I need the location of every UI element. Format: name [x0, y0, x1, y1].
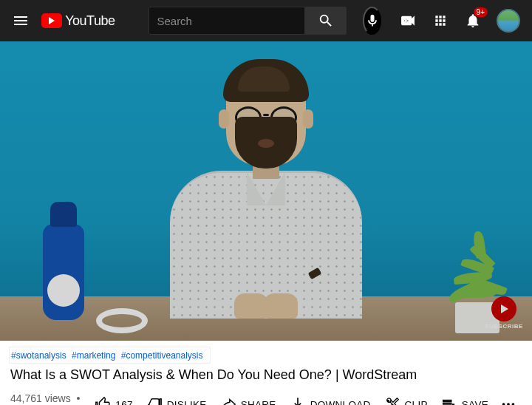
create-icon: [400, 13, 416, 29]
youtube-logo-text: YouTube: [65, 13, 115, 29]
hashtag-link[interactable]: #swotanalysis: [11, 350, 66, 361]
more-horizontal-icon: [500, 396, 516, 405]
download-label: DOWNLOAD: [310, 399, 371, 405]
apps-grid-icon: [433, 13, 448, 28]
search-input[interactable]: [149, 7, 305, 35]
video-stats: 44,761 views • Feb 17, 2020: [10, 392, 88, 405]
clip-label: CLIP: [405, 399, 428, 405]
thumbs-up-icon: [95, 396, 111, 405]
view-count: 44,761 views: [10, 392, 71, 404]
like-button[interactable]: 167: [88, 391, 139, 405]
save-label: SAVE: [462, 399, 488, 405]
header-right-icons: 9+: [393, 6, 520, 35]
like-count: 167: [115, 399, 132, 405]
subscribe-watermark-label: SUBSCRIBE: [482, 323, 526, 330]
share-label: SHARE: [241, 399, 276, 405]
play-icon: [491, 296, 516, 321]
more-actions-button[interactable]: [495, 391, 522, 405]
microphone-icon: [365, 13, 380, 28]
separator-dot: •: [77, 392, 81, 404]
video-hashtags: #swotanalysis #marketing #competitiveana…: [11, 350, 205, 361]
youtube-play-icon: [41, 13, 62, 28]
video-presenter: [170, 171, 362, 319]
notification-badge: 9+: [474, 7, 488, 17]
create-button[interactable]: [393, 6, 423, 35]
hashtag-link[interactable]: #marketing: [72, 350, 115, 361]
thumbs-down-icon: [146, 396, 163, 405]
dislike-label: DISLIKE: [167, 399, 207, 405]
save-button[interactable]: SAVE: [434, 391, 495, 405]
share-icon: [220, 396, 236, 405]
download-icon: [290, 396, 306, 405]
video-subscribe-watermark[interactable]: SUBSCRIBE: [482, 296, 526, 327]
video-player[interactable]: SUBSCRIBE: [0, 41, 532, 341]
search-button[interactable]: [305, 7, 347, 35]
video-prop-plant: [443, 237, 510, 304]
video-info-section: #swotanalysis #marketing #competitiveana…: [0, 341, 532, 405]
video-actions: 167 DISLIKE SHARE DOWNLOAD CLIP SAVE: [88, 391, 522, 405]
playlist-add-icon: [441, 396, 457, 405]
download-button[interactable]: DOWNLOAD: [283, 391, 378, 405]
video-title: What Is a SWOT Analysis & When Do You Ne…: [10, 367, 522, 384]
account-avatar[interactable]: [497, 9, 520, 33]
hashtag-link[interactable]: #competitiveanalysis: [121, 350, 203, 361]
share-button[interactable]: SHARE: [214, 391, 283, 405]
clip-button[interactable]: CLIP: [378, 391, 434, 405]
video-prop-cup: [96, 308, 148, 333]
search-icon: [318, 13, 334, 29]
youtube-logo[interactable]: YouTube: [41, 13, 115, 29]
menu-icon[interactable]: [12, 6, 30, 35]
apps-button[interactable]: [426, 6, 455, 35]
video-meta-row: 44,761 views • Feb 17, 2020 167 DISLIKE …: [10, 391, 522, 405]
hashtags-highlight: #swotanalysis #marketing #competitiveana…: [9, 347, 211, 364]
dislike-button[interactable]: DISLIKE: [140, 391, 214, 405]
video-prop-bottle: [43, 224, 84, 320]
notifications-button[interactable]: 9+: [458, 6, 488, 35]
scissors-icon: [384, 396, 400, 405]
top-header: YouTube 9+: [0, 0, 532, 41]
search-form: [149, 7, 347, 35]
voice-search-button[interactable]: [363, 7, 381, 35]
